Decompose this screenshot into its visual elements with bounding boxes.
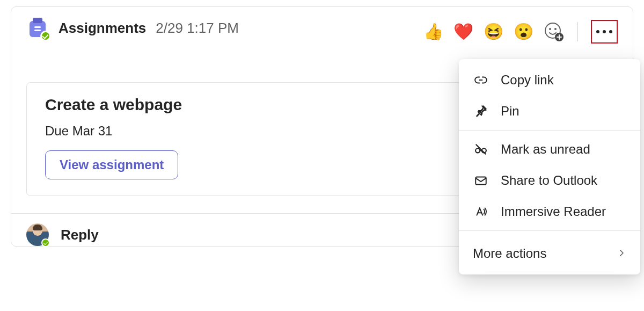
svg-rect-1 <box>33 18 42 23</box>
reaction-laugh-button[interactable]: 😆 <box>483 21 503 42</box>
menu-pin[interactable]: Pin <box>459 96 640 127</box>
presence-available-icon <box>41 238 50 247</box>
svg-rect-2 <box>34 30 41 31</box>
svg-rect-10 <box>475 177 486 185</box>
menu-share-outlook[interactable]: Share to Outlook <box>459 165 640 196</box>
add-reaction-button[interactable] <box>543 21 565 42</box>
reaction-surprised-button[interactable]: 😮 <box>513 21 533 42</box>
menu-pin-label: Pin <box>501 104 519 119</box>
reaction-heart-button[interactable]: ❤️ <box>453 21 473 42</box>
pin-icon <box>473 103 489 119</box>
more-options-icon <box>596 30 612 33</box>
laugh-icon: 😆 <box>484 24 503 40</box>
thumbs-up-icon: 👍 <box>423 24 443 40</box>
link-icon <box>473 72 489 88</box>
more-options-button[interactable] <box>591 20 618 44</box>
svg-rect-3 <box>34 26 41 28</box>
glasses-off-icon <box>473 141 489 157</box>
menu-more-actions[interactable]: More actions <box>459 234 640 269</box>
toolbar-separator <box>577 22 578 41</box>
sender-name: Assignments <box>58 20 146 37</box>
message-timestamp: 2/29 1:17 PM <box>156 20 239 37</box>
svg-point-5 <box>549 28 551 30</box>
menu-immersive-reader-label: Immersive Reader <box>501 204 606 219</box>
svg-point-8 <box>475 148 480 153</box>
chevron-right-icon <box>617 245 626 262</box>
menu-copy-link[interactable]: Copy link <box>459 64 640 96</box>
reaction-toolbar: 👍 ❤️ 😆 😮 <box>423 20 618 44</box>
menu-more-actions-label: More actions <box>473 246 546 261</box>
reply-label: Reply <box>61 227 99 243</box>
assignments-app-icon <box>26 17 49 39</box>
menu-separator <box>459 230 640 231</box>
menu-mark-unread[interactable]: Mark as unread <box>459 134 640 165</box>
menu-share-outlook-label: Share to Outlook <box>501 173 597 188</box>
user-avatar <box>26 223 49 246</box>
menu-copy-link-label: Copy link <box>501 73 554 88</box>
surprised-icon: 😮 <box>514 24 533 40</box>
view-assignment-button[interactable]: View assignment <box>45 150 178 179</box>
menu-immersive-reader[interactable]: Immersive Reader <box>459 196 640 227</box>
mail-icon <box>473 172 489 189</box>
immersive-reader-icon <box>473 204 489 220</box>
message-context-menu: Copy link Pin Mark as unread <box>459 59 640 274</box>
menu-separator <box>459 130 640 131</box>
menu-mark-unread-label: Mark as unread <box>501 142 590 157</box>
heart-icon: ❤️ <box>453 24 473 40</box>
reaction-like-button[interactable]: 👍 <box>423 21 443 42</box>
presence-available-icon <box>40 31 51 41</box>
svg-point-6 <box>554 28 557 30</box>
